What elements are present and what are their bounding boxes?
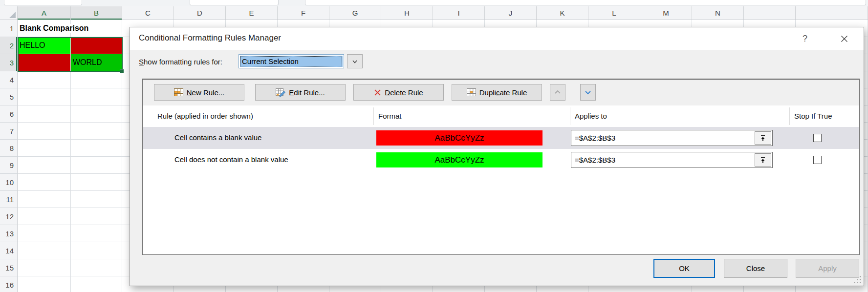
collapse-dialog-button[interactable] [755,153,771,167]
cell-A1[interactable]: Blank Comparison [18,20,71,37]
row-header-5[interactable]: 5 [0,88,18,105]
row-header-11[interactable]: 11 [0,191,18,208]
row-header-15[interactable]: 15 [0,259,18,276]
column-header-E[interactable]: E [226,6,278,20]
cell-A4[interactable] [18,71,71,88]
fill-handle[interactable] [120,69,124,73]
cell-B7[interactable] [71,123,122,140]
cell-B12[interactable] [71,208,122,225]
row-header-16[interactable]: 16 [0,276,18,292]
new-rule-button[interactable]: New Rule... [154,84,244,101]
cell-B13[interactable] [71,225,122,242]
edit-rule-pencil-icon [276,88,285,97]
column-header-J[interactable]: J [485,6,537,20]
cell-B3[interactable]: WORLD [71,54,122,71]
row-header-4[interactable]: 4 [0,71,18,88]
row-header-14[interactable]: 14 [0,242,18,259]
dropdown-arrow-button[interactable] [347,54,363,68]
cell-A7[interactable] [18,123,71,140]
row-header-12[interactable]: 12 [0,208,18,225]
cell-A14[interactable] [18,242,71,259]
column-header-applies-to: Applies to [575,112,607,120]
column-header-D[interactable]: D [174,6,226,20]
stop-if-true-checkbox[interactable] [813,156,822,164]
ok-button[interactable]: OK [653,259,715,278]
column-header-H[interactable]: H [381,6,433,20]
cell-B6[interactable] [71,105,122,123]
column-header-L[interactable]: L [588,6,640,20]
cell-B5[interactable] [71,88,122,105]
close-button[interactable] [836,31,852,46]
cell-A11[interactable] [18,191,71,208]
cell-A9[interactable] [18,157,71,174]
format-preview-green: AaBbCcYyZz [376,152,542,167]
cell-A10[interactable] [18,174,71,191]
name-box-sliver[interactable] [4,0,82,5]
close-button-footer[interactable]: Close [724,259,787,278]
formula-input-sliver[interactable] [305,0,866,5]
cell-B8[interactable] [71,140,122,157]
row-header-6[interactable]: 6 [0,105,18,123]
row-header-9[interactable]: 9 [0,157,18,174]
row-header-7[interactable]: 7 [0,123,18,140]
delete-rule-button[interactable]: Delete Rule [353,84,444,101]
cell-A12[interactable] [18,208,71,225]
show-rules-for-dropdown[interactable]: Current Selection [239,54,344,68]
cell-A2[interactable]: HELLO [18,37,71,54]
apply-button[interactable]: Apply [796,259,859,278]
column-header-N[interactable]: N [692,6,744,20]
cell-A8[interactable] [18,140,71,157]
function-box-sliver[interactable] [190,0,279,5]
move-rule-up-button[interactable] [550,84,565,101]
column-header[interactable] [796,6,868,20]
rule-row-blank[interactable]: Cell contains a blank value AaBbCcYyZz =… [143,127,859,149]
cell-A6[interactable] [18,105,71,123]
cell-B15[interactable] [71,259,122,276]
dialog-titlebar[interactable]: Conditional Formatting Rules Manager ? [130,27,864,50]
rule-row-not-blank[interactable]: Cell does not contain a blank value AaBb… [143,149,859,171]
chevron-down-icon [584,88,592,96]
select-all-corner[interactable] [0,6,18,20]
cell-B4[interactable] [71,71,122,88]
row-header-1[interactable]: 1 [0,20,18,37]
edit-rule-button[interactable]: Edit Rule... [255,84,346,101]
column-header-I[interactable]: I [433,6,485,20]
resize-grip-icon[interactable] [854,276,861,283]
column-header-F[interactable]: F [278,6,329,20]
applies-to-field[interactable]: =$A$2:$B$3 [571,152,773,168]
cell-B10[interactable] [71,174,122,191]
applies-to-field[interactable]: =$A$2:$B$3 [571,130,773,146]
row-header-13[interactable]: 13 [0,225,18,242]
cell-B16[interactable] [71,276,122,292]
duplicate-rule-label: Duplicate Rule [479,88,527,97]
row-header-8[interactable]: 8 [0,140,18,157]
delete-x-icon [374,89,381,96]
move-rule-down-button[interactable] [580,84,596,101]
cell-B2[interactable] [71,37,122,54]
show-formatting-rules-label: Show formatting rules for: [139,58,222,66]
column-header-B[interactable]: B [71,6,122,20]
conditional-formatting-rules-manager-dialog: Conditional Formatting Rules Manager ? S… [130,27,864,286]
help-button[interactable]: ? [799,32,811,45]
column-header-C[interactable]: C [122,6,174,20]
collapse-dialog-button[interactable] [755,131,771,145]
column-header-M[interactable]: M [640,6,692,20]
column-header[interactable] [744,6,796,20]
cell-A13[interactable] [18,225,71,242]
cell-B9[interactable] [71,157,122,174]
cell-B14[interactable] [71,242,122,259]
column-header-A[interactable]: A [18,6,71,20]
row-header-10[interactable]: 10 [0,174,18,191]
cell-A16[interactable] [18,276,71,292]
stop-if-true-checkbox[interactable] [813,134,822,142]
row-header-2[interactable]: 2 [0,37,18,54]
row-header-3[interactable]: 3 [0,54,18,71]
cell-B11[interactable] [71,191,122,208]
column-header-K[interactable]: K [537,6,588,20]
applies-to-value: =$A$2:$B$3 [575,156,615,164]
cell-A15[interactable] [18,259,71,276]
cell-A5[interactable] [18,88,71,105]
column-header-G[interactable]: G [329,6,381,20]
duplicate-rule-button[interactable]: Duplicate Rule [452,84,542,101]
cell-A3[interactable] [18,54,71,71]
